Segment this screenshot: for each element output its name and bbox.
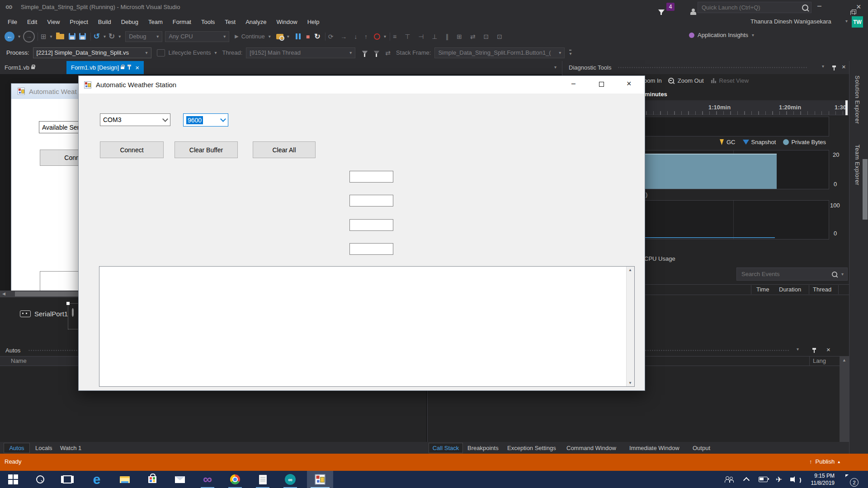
filter-threads-icon[interactable] xyxy=(374,51,380,54)
navigate-back-icon[interactable]: ← xyxy=(5,32,14,42)
lifecycle-events-icon[interactable] xyxy=(157,49,165,56)
notifications-badge[interactable]: 4 xyxy=(666,3,675,11)
avatar[interactable]: TW xyxy=(852,16,863,28)
file-explorer-button[interactable] xyxy=(112,471,138,488)
save-icon[interactable] xyxy=(69,33,75,40)
connect-button[interactable]: Connect xyxy=(100,141,164,158)
menu-debug[interactable]: Debug xyxy=(116,19,143,25)
autos-column-name[interactable]: Name xyxy=(11,357,27,364)
notepad-button[interactable] xyxy=(250,471,276,488)
close-panel-icon[interactable]: × xyxy=(826,346,830,353)
scroll-down-icon[interactable]: ▼ xyxy=(628,381,632,385)
lifecycle-chevron-icon[interactable]: ▾ xyxy=(215,50,217,55)
com-port-combobox[interactable]: COM3 xyxy=(100,113,170,126)
continue-button[interactable]: Continue xyxy=(241,33,265,40)
menu-tools[interactable]: Tools xyxy=(196,19,220,25)
menu-project[interactable]: Project xyxy=(65,19,93,25)
bar-overflow-icon[interactable]: ▾ xyxy=(569,50,571,56)
baud-rate-combobox[interactable]: 9600 xyxy=(183,113,228,127)
navigate-forward-icon[interactable]: → xyxy=(23,31,35,42)
callstack-column-lang[interactable]: Lang xyxy=(813,357,826,364)
tab-solution-explorer[interactable]: Solution Explorer xyxy=(854,75,861,124)
timeline-cursor[interactable] xyxy=(845,100,848,115)
pin-icon[interactable] xyxy=(834,67,835,70)
menu-team[interactable]: Team xyxy=(143,19,168,25)
menu-file[interactable]: File xyxy=(3,19,22,25)
menu-view[interactable]: View xyxy=(42,19,65,25)
quick-launch[interactable] xyxy=(698,2,811,13)
output-textarea[interactable]: ▲ ▼ xyxy=(99,266,635,387)
thread-dropdown[interactable]: [9152] Main Thread ▾ xyxy=(246,47,355,58)
app-close-button[interactable]: × xyxy=(627,79,632,89)
callstack-vscrollbar[interactable]: ▲ xyxy=(840,356,849,442)
app-maximize-button[interactable] xyxy=(599,82,604,87)
task-view-button[interactable] xyxy=(54,471,80,488)
menu-help[interactable]: Help xyxy=(302,19,325,25)
battery-icon[interactable] xyxy=(759,477,768,482)
tray-expand-icon[interactable] xyxy=(743,477,750,483)
pin-icon[interactable] xyxy=(814,349,815,353)
undo-chevron-icon[interactable]: ▾ xyxy=(104,34,106,39)
tab-breakpoints[interactable]: Breakpoints xyxy=(467,445,499,451)
zoom-out-button[interactable]: Zoom Out xyxy=(678,77,704,84)
tab-immediate-window[interactable]: Immediate Window xyxy=(629,445,679,451)
edge-button[interactable]: e xyxy=(84,471,110,488)
account-chevron-icon[interactable]: ▾ xyxy=(845,19,848,23)
menu-analyze[interactable]: Analyze xyxy=(241,19,271,25)
app-minimize-button[interactable]: – xyxy=(571,80,576,88)
lifecycle-events-label[interactable]: Lifecycle Events xyxy=(169,49,211,56)
scroll-left-icon[interactable]: ◀ xyxy=(2,291,5,296)
tab-command-window[interactable]: Command Window xyxy=(566,445,616,451)
layout-tools-strip[interactable]: ≡ ⊤ ⊣ ⊥ ∥ ⊞ ⇄ ⊡ ⊡ xyxy=(393,33,505,40)
restart-icon[interactable]: ↻ xyxy=(314,32,320,41)
process-dropdown[interactable]: [2212] Simple_Data_String_Split.vs ▾ xyxy=(33,47,151,58)
visual-studio-button[interactable]: ∞ xyxy=(194,471,221,488)
attach-snapshot-icon[interactable] xyxy=(276,34,283,39)
toggle-suspend-icon[interactable]: ⇄ xyxy=(385,49,391,56)
column-thread[interactable]: Thread xyxy=(813,286,831,293)
chrome-button[interactable] xyxy=(222,471,248,488)
taskbar-clock[interactable]: 9:15 PM 11/8/2019 xyxy=(804,472,835,487)
pin-icon[interactable] xyxy=(129,66,130,70)
close-button[interactable]: × xyxy=(856,2,861,12)
menu-window[interactable]: Window xyxy=(271,19,302,25)
cpu-usage-section-label[interactable]: CPU Usage xyxy=(644,255,675,262)
account-name[interactable]: Thanura Dinesh Wanigasekara xyxy=(750,18,831,25)
flag-threads-icon[interactable] xyxy=(362,51,368,54)
zoom-out-icon[interactable] xyxy=(668,78,674,84)
mail-button[interactable] xyxy=(167,471,193,488)
app-titlebar[interactable]: Automatic Weather Station – × xyxy=(79,76,645,94)
stop-debug-icon[interactable]: ■ xyxy=(306,33,310,40)
textarea-vscrollbar[interactable]: ▲ ▼ xyxy=(626,267,634,386)
quick-launch-input[interactable] xyxy=(701,4,802,11)
platform-dropdown[interactable]: Any CPU▾ xyxy=(165,31,229,42)
panel-menu-chevron-icon[interactable]: ▾ xyxy=(797,347,799,352)
redo-icon[interactable]: ↻ xyxy=(108,32,115,41)
app-insights-chevron-icon[interactable]: ▾ xyxy=(752,33,754,38)
save-all-icon[interactable] xyxy=(79,33,86,40)
start-button[interactable] xyxy=(0,471,26,488)
data-field-2[interactable] xyxy=(349,195,393,206)
search-events-input[interactable] xyxy=(741,270,831,278)
tab-autos[interactable]: Autos xyxy=(4,443,30,453)
tab-call-stack[interactable]: Call Stack xyxy=(429,443,463,453)
minimize-button[interactable]: – xyxy=(817,2,821,10)
publish-button[interactable]: ↑ Publish ▴ xyxy=(809,458,840,465)
data-field-1[interactable] xyxy=(349,171,393,183)
notifications-icon[interactable] xyxy=(658,9,665,14)
menu-format[interactable]: Format xyxy=(168,19,196,25)
new-project-icon[interactable]: ⊞ xyxy=(41,33,47,41)
tab-exception-settings[interactable]: Exception Settings xyxy=(507,445,556,451)
reset-view-button[interactable]: Reset View xyxy=(719,77,749,84)
scroll-up-icon[interactable]: ▲ xyxy=(628,268,632,272)
panel-menu-chevron-icon[interactable]: ▾ xyxy=(822,64,824,69)
close-panel-icon[interactable]: × xyxy=(842,63,846,70)
volume-icon[interactable] xyxy=(790,478,793,481)
new-chevron-icon[interactable]: ▾ xyxy=(50,34,52,39)
menu-build[interactable]: Build xyxy=(93,19,116,25)
close-tab-icon[interactable]: × xyxy=(135,64,139,71)
feedback-icon[interactable] xyxy=(690,9,698,15)
back-chevron-icon[interactable]: ▾ xyxy=(18,34,20,39)
column-time[interactable]: Time xyxy=(756,286,769,293)
people-icon[interactable] xyxy=(725,476,733,483)
